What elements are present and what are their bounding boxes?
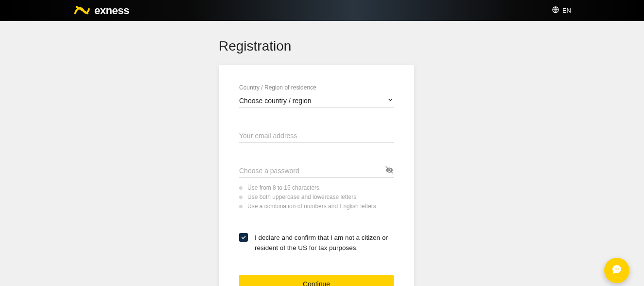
chat-button[interactable] (604, 258, 629, 283)
declaration-row: I declare and confirm that I am not a ci… (239, 233, 394, 253)
password-hint: Use from 8 to 15 characters (239, 184, 394, 191)
country-field-group: Country / Region of residence Choose cou… (239, 84, 394, 107)
declaration-text: I declare and confirm that I am not a ci… (255, 233, 394, 253)
brand-logo[interactable]: exness (73, 4, 129, 18)
chat-icon (611, 264, 623, 277)
continue-button[interactable]: Continue (239, 275, 394, 286)
page-title: Registration (219, 38, 644, 54)
password-hint: Use a combination of numbers and English… (239, 203, 394, 210)
visibility-off-icon[interactable] (385, 165, 394, 176)
email-field-group (239, 129, 394, 143)
language-switcher[interactable]: EN (552, 6, 571, 15)
app-header: exness EN (0, 0, 644, 21)
password-field[interactable] (239, 164, 385, 177)
country-select[interactable]: Choose country / region (239, 94, 394, 107)
chevron-down-icon (387, 96, 394, 105)
registration-card: Country / Region of residence Choose cou… (219, 65, 414, 286)
svg-point-2 (616, 268, 617, 269)
brand-name: exness (94, 4, 129, 17)
country-select-value: Choose country / region (239, 97, 387, 105)
declaration-checkbox[interactable] (239, 233, 248, 242)
logo-mark-icon (73, 4, 90, 18)
globe-icon (552, 6, 559, 15)
password-hints: Use from 8 to 15 characters Use both upp… (239, 184, 394, 210)
password-field-group: Use from 8 to 15 characters Use both upp… (239, 164, 394, 210)
password-hint: Use both uppercase and lowercase letters (239, 194, 394, 200)
password-input-wrap (239, 164, 394, 178)
svg-point-1 (614, 268, 615, 269)
country-label: Country / Region of residence (239, 84, 394, 91)
svg-point-3 (618, 268, 619, 269)
email-field[interactable] (239, 129, 394, 142)
language-label: EN (562, 7, 571, 14)
email-input-wrap (239, 129, 394, 143)
